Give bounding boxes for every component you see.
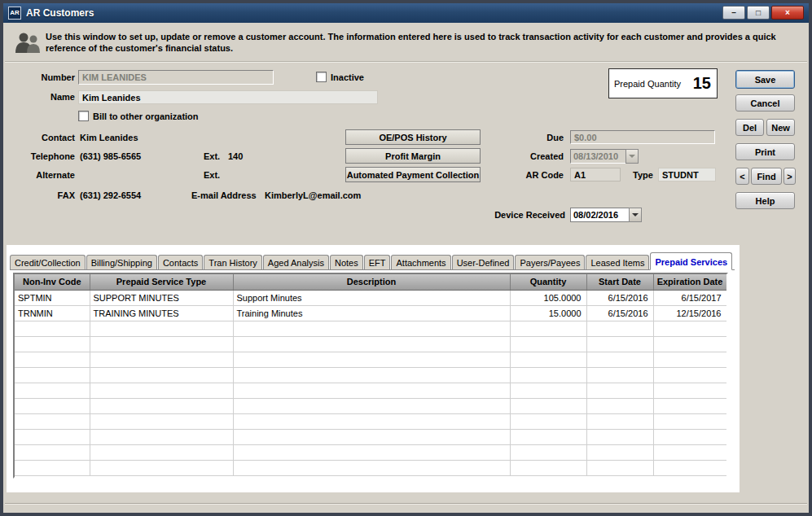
table-header-row: Non-Inv CodePrepaid Service TypeDescript…: [15, 274, 726, 290]
table-cell: [233, 321, 510, 336]
table-cell[interactable]: 6/15/2017: [653, 290, 726, 305]
oe-pos-history-button[interactable]: OE/POS History: [345, 129, 481, 145]
table-cell[interactable]: TRAINING MINUTES: [90, 305, 233, 321]
find-button[interactable]: Find: [751, 168, 782, 185]
table-row[interactable]: TRNMINTRAINING MINUTESTraining Minutes15…: [15, 305, 726, 321]
maximize-button[interactable]: □: [747, 6, 770, 20]
client-area: Use this window to set up, update or rem…: [3, 23, 809, 513]
column-header[interactable]: Quantity: [510, 274, 586, 290]
column-header[interactable]: Start Date: [586, 274, 653, 290]
table-cell: [15, 398, 90, 413]
tab-prepaid-services[interactable]: Prepaid Services: [650, 252, 732, 270]
table-cell[interactable]: Training Minutes: [233, 305, 510, 321]
tab-tran-history[interactable]: Tran History: [204, 255, 262, 269]
table-cell: [90, 429, 233, 444]
table-body: SPTMINSUPPORT MINUTESSupport Minutes105.…: [15, 290, 726, 475]
close-icon: ×: [785, 8, 790, 17]
table-row: [15, 398, 726, 413]
table-cell: [653, 321, 726, 336]
table-cell: [653, 383, 726, 398]
minimize-icon: –: [731, 8, 736, 17]
type-field[interactable]: STUDNT: [658, 168, 716, 181]
inactive-checkbox[interactable]: [316, 72, 327, 82]
table-cell[interactable]: SPTMIN: [15, 290, 90, 305]
tab-user-defined[interactable]: User-Defined: [452, 255, 515, 269]
telephone-value: (631) 985-6565: [80, 151, 141, 161]
table-cell: [15, 367, 90, 383]
table-cell: [90, 444, 233, 460]
automated-payment-collection-button[interactable]: Automated Payment Collection: [345, 167, 481, 182]
tab-notes[interactable]: Notes: [330, 255, 363, 269]
table-cell[interactable]: 6/15/2016: [586, 305, 653, 321]
new-button[interactable]: New: [766, 119, 795, 136]
due-label: Due: [492, 133, 564, 142]
alternate-label: Alternate: [10, 170, 75, 180]
table-cell: [653, 398, 726, 413]
tab-credit-collection[interactable]: Credit/Collection: [10, 255, 86, 269]
chevron-down-icon: [629, 155, 635, 158]
table-row: [15, 352, 726, 367]
table-cell: [90, 413, 233, 429]
table-cell[interactable]: 105.0000: [510, 290, 586, 305]
table-cell: [510, 367, 586, 383]
titlebar[interactable]: AR AR Customers – □ ×: [3, 3, 809, 23]
table-cell: [233, 444, 510, 460]
tab-billing-shipping[interactable]: Billing/Shipping: [86, 255, 157, 269]
fax-value: (631) 292-6554: [80, 190, 141, 200]
minimize-button[interactable]: –: [722, 6, 745, 20]
table-row: [15, 413, 726, 429]
table-cell: [233, 352, 510, 367]
find-previous-button[interactable]: <: [735, 168, 749, 185]
table-cell: [510, 444, 586, 460]
device-received-combo[interactable]: 08/02/2016: [570, 208, 642, 222]
bill-to-other-organization-checkbox[interactable]: [78, 111, 89, 121]
inactive-label: Inactive: [331, 72, 364, 82]
tab-payers-payees[interactable]: Payers/Payees: [515, 255, 585, 269]
table-cell: [653, 336, 726, 352]
column-header[interactable]: Description: [233, 274, 510, 290]
tab-aged-analysis[interactable]: Aged Analysis: [263, 255, 329, 269]
print-button[interactable]: Print: [735, 143, 795, 160]
ar-code-field[interactable]: A1: [570, 168, 621, 181]
contact-label: Contact: [10, 133, 75, 142]
profit-margin-button[interactable]: Profit Margin: [345, 148, 481, 164]
table-cell[interactable]: 6/15/2016: [586, 290, 653, 305]
prepaid-services-table: Non-Inv CodePrepaid Service TypeDescript…: [13, 273, 728, 479]
device-received-value: 08/02/2016: [570, 208, 629, 222]
column-header[interactable]: Prepaid Service Type: [90, 274, 233, 290]
column-header[interactable]: Expiration Date: [653, 274, 726, 290]
telephone-ext-value: 140: [228, 151, 243, 161]
del-button[interactable]: Del: [735, 119, 764, 136]
separator: [5, 503, 807, 505]
table-row[interactable]: SPTMINSUPPORT MINUTESSupport Minutes105.…: [15, 290, 726, 305]
table-cell[interactable]: 12/15/2016: [653, 305, 726, 321]
help-button[interactable]: Help: [735, 192, 795, 209]
table-cell: [653, 367, 726, 383]
table-cell: [90, 352, 233, 367]
window-title: AR Customers: [26, 7, 94, 19]
tab-eft[interactable]: EFT: [364, 255, 391, 269]
device-received-dropdown-button[interactable]: [629, 208, 642, 222]
tab-contacts[interactable]: Contacts: [158, 255, 203, 269]
table-row: [15, 367, 726, 383]
tab-leased-items[interactable]: Leased Items: [586, 255, 649, 269]
save-button[interactable]: Save: [735, 70, 795, 89]
column-header[interactable]: Non-Inv Code: [15, 274, 90, 290]
tab-attachments[interactable]: Attachments: [391, 255, 450, 269]
table-row: [15, 383, 726, 398]
table-cell[interactable]: TRNMIN: [15, 305, 90, 321]
app-icon: AR: [8, 7, 21, 20]
table-cell: [586, 321, 653, 336]
table-cell: [586, 444, 653, 460]
name-field[interactable]: Kim Leanides: [78, 90, 378, 104]
table-cell[interactable]: 15.0000: [510, 305, 586, 321]
table-cell[interactable]: Support Minutes: [233, 290, 510, 305]
table-cell: [510, 429, 586, 444]
cancel-button[interactable]: Cancel: [735, 94, 795, 112]
table-cell: [15, 429, 90, 444]
created-combo: 08/13/2010: [570, 149, 639, 164]
table-cell[interactable]: SUPPORT MINUTES: [90, 290, 233, 305]
close-button[interactable]: ×: [771, 6, 804, 20]
table-cell: [233, 460, 510, 475]
find-next-button[interactable]: >: [783, 168, 796, 185]
